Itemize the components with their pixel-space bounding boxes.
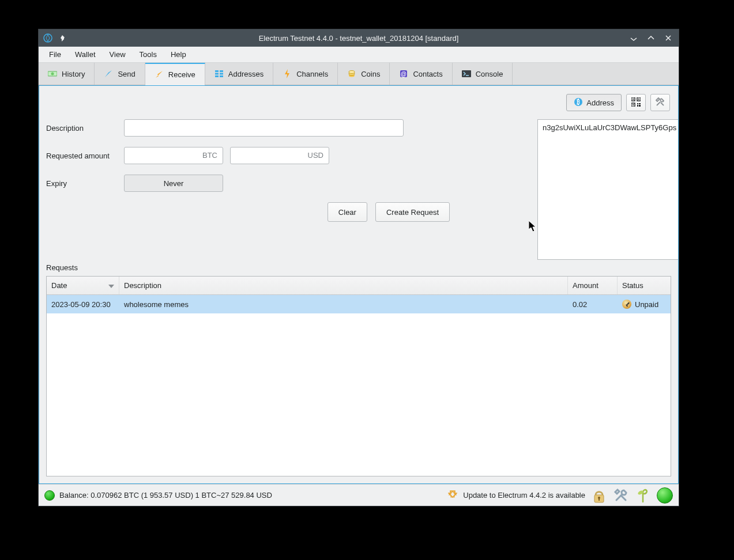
svg-rect-4 xyxy=(220,70,223,72)
create-request-button[interactable]: Create Request xyxy=(375,202,450,222)
svg-rect-8 xyxy=(220,75,223,77)
send-icon xyxy=(104,69,113,78)
update-text[interactable]: Update to Electrum 4.4.2 is available xyxy=(463,491,585,500)
tab-addresses[interactable]: Addresses xyxy=(205,63,273,85)
window-title: Electrum Testnet 4.4.0 - testnet_wallet_… xyxy=(39,34,679,43)
svg-text:₿: ₿ xyxy=(577,99,580,105)
tab-label: History xyxy=(62,70,85,78)
svg-point-11 xyxy=(349,71,355,74)
svg-rect-23 xyxy=(633,104,634,105)
svg-rect-26 xyxy=(637,105,638,107)
th-date[interactable]: Date xyxy=(47,277,119,294)
console-icon xyxy=(462,69,471,78)
tab-history[interactable]: History xyxy=(39,63,95,85)
th-status[interactable]: Status xyxy=(618,277,671,294)
th-description[interactable]: Description xyxy=(119,277,568,294)
menu-tools[interactable]: Tools xyxy=(133,48,164,61)
address-button-label: Address xyxy=(586,99,614,107)
sort-icon xyxy=(108,281,114,290)
amount-btc-input[interactable] xyxy=(124,147,223,164)
svg-rect-14 xyxy=(462,70,471,77)
svg-rect-5 xyxy=(215,73,219,75)
update-icon xyxy=(448,490,457,501)
content-area: ₿ Address Description Requested a xyxy=(39,85,679,484)
svg-rect-19 xyxy=(633,99,634,100)
tabbar: History Send Receive Addresses Channels xyxy=(39,63,679,85)
app-icon xyxy=(43,33,52,43)
tab-coins[interactable]: Coins xyxy=(338,63,390,85)
menu-view[interactable]: View xyxy=(103,48,133,61)
maximize-button[interactable] xyxy=(646,33,656,43)
tab-console[interactable]: Console xyxy=(453,63,513,85)
menu-help[interactable]: Help xyxy=(164,48,193,61)
qr-button[interactable] xyxy=(626,94,646,111)
svg-rect-30 xyxy=(599,498,600,501)
coins-icon xyxy=(347,69,356,78)
tab-send[interactable]: Send xyxy=(95,63,145,85)
svg-rect-25 xyxy=(639,103,641,104)
tab-label: Coins xyxy=(361,70,380,78)
address-display[interactable]: n3g2sUwiXLuLaUrC3DWawLSPTy6Gps xyxy=(537,119,678,260)
svg-text:@: @ xyxy=(401,71,407,77)
tools-icon xyxy=(655,97,665,109)
uri-tools-button[interactable] xyxy=(650,94,670,111)
clock-icon xyxy=(622,300,631,309)
menubar: File Wallet View Tools Help xyxy=(39,47,679,63)
qr-icon xyxy=(631,97,641,108)
lock-icon[interactable] xyxy=(591,487,607,504)
receive-form: Description Requested amount BTC USD Exp… xyxy=(39,86,449,222)
statusbar: Balance: 0.070962 BTC (1 953.57 USD) 1 B… xyxy=(39,484,679,506)
tab-label: Receive xyxy=(168,70,195,79)
electrum-window: Electrum Testnet 4.4.0 - testnet_wallet_… xyxy=(38,29,679,506)
menu-file[interactable]: File xyxy=(42,48,68,61)
balance-text: Balance: 0.070962 BTC (1 953.57 USD) 1 B… xyxy=(59,491,272,500)
amount-usd-input[interactable] xyxy=(230,147,329,164)
menu-wallet[interactable]: Wallet xyxy=(68,48,103,61)
svg-rect-6 xyxy=(220,73,223,75)
clear-button[interactable]: Clear xyxy=(328,202,367,222)
table-row[interactable]: 2023-05-09 20:30 wholesome memes 0.02 Un… xyxy=(47,295,671,313)
tab-label: Console xyxy=(476,70,503,78)
history-icon xyxy=(48,69,57,78)
pin-icon[interactable] xyxy=(58,33,67,43)
tab-label: Channels xyxy=(296,70,328,78)
svg-rect-27 xyxy=(639,105,641,107)
expiry-dropdown[interactable]: Never xyxy=(124,175,223,192)
address-toggle-button[interactable]: ₿ Address xyxy=(566,94,622,111)
svg-point-2 xyxy=(51,73,54,75)
requested-amount-label: Requested amount xyxy=(46,152,124,160)
tab-channels[interactable]: Channels xyxy=(273,63,338,85)
preferences-icon[interactable] xyxy=(613,487,629,504)
receive-icon xyxy=(155,70,164,79)
addresses-icon xyxy=(214,69,224,78)
close-button[interactable] xyxy=(664,33,673,43)
description-label: Description xyxy=(46,124,124,133)
requests-label: Requests xyxy=(46,263,78,272)
connection-led-icon[interactable] xyxy=(44,490,55,501)
minimize-button[interactable] xyxy=(629,33,638,43)
svg-rect-3 xyxy=(215,70,219,72)
contacts-icon: @ xyxy=(399,69,408,78)
tab-label: Send xyxy=(118,70,135,78)
tab-receive[interactable]: Receive xyxy=(145,63,205,85)
svg-rect-24 xyxy=(637,103,638,104)
th-amount[interactable]: Amount xyxy=(568,277,618,294)
tab-label: Addresses xyxy=(228,70,264,78)
seed-icon[interactable] xyxy=(635,487,651,504)
titlebar: Electrum Testnet 4.4.0 - testnet_wallet_… xyxy=(39,29,679,47)
expiry-label: Expiry xyxy=(46,179,124,188)
svg-rect-21 xyxy=(638,99,639,100)
requests-table: Date Description Amount Status 2023-05-0… xyxy=(46,276,671,476)
table-header: Date Description Amount Status xyxy=(47,277,671,295)
svg-rect-7 xyxy=(215,75,219,77)
tab-contacts[interactable]: @ Contacts xyxy=(390,63,452,85)
tab-label: Contacts xyxy=(413,70,442,78)
bitcoin-icon: ₿ xyxy=(574,97,583,108)
network-led-icon[interactable] xyxy=(657,487,673,504)
channels-icon xyxy=(283,69,292,78)
description-input[interactable] xyxy=(124,119,404,137)
